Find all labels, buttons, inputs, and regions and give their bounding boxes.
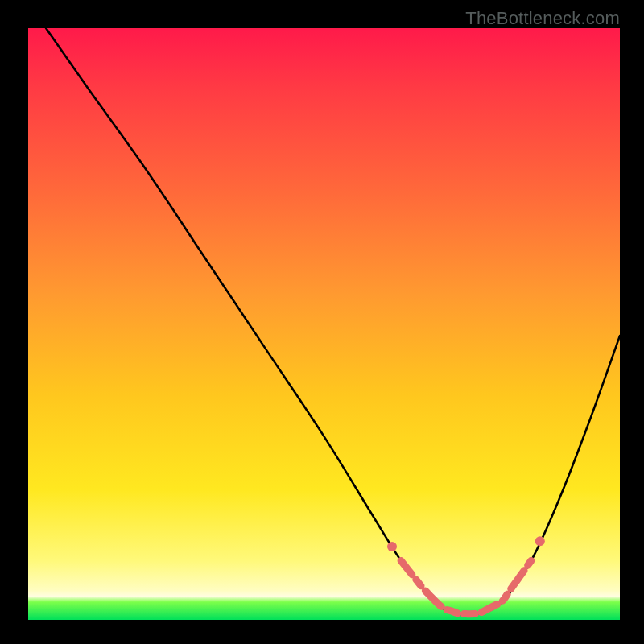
bottleneck-curve xyxy=(46,28,620,615)
highlight-dot-right xyxy=(535,536,545,546)
chart-svg xyxy=(28,28,620,620)
highlight-region xyxy=(401,561,531,614)
watermark-text: TheBottleneck.com xyxy=(465,8,620,29)
plot-area xyxy=(28,28,620,620)
highlight-dot-left xyxy=(387,542,397,551)
chart-container: TheBottleneck.com xyxy=(0,0,644,644)
